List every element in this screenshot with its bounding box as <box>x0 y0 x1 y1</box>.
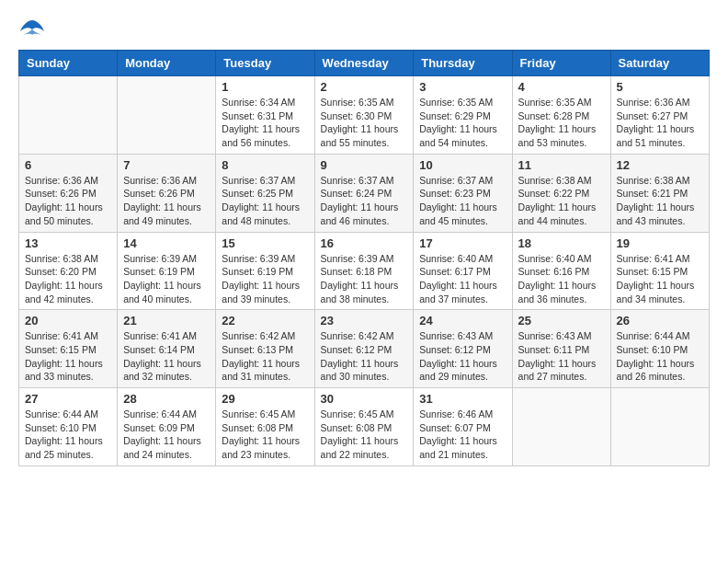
day-info: Sunrise: 6:43 AMSunset: 6:12 PMDaylight:… <box>419 329 506 384</box>
day-info: Sunrise: 6:38 AMSunset: 6:21 PMDaylight:… <box>617 174 703 228</box>
day-info: Sunrise: 6:40 AMSunset: 6:16 PMDaylight:… <box>518 252 605 306</box>
calendar-cell: 31Sunrise: 6:46 AMSunset: 6:07 PMDayligh… <box>414 388 512 466</box>
day-number: 18 <box>518 236 605 250</box>
day-number: 31 <box>419 392 506 406</box>
day-number: 13 <box>25 236 111 250</box>
calendar-week-row: 27Sunrise: 6:44 AMSunset: 6:10 PMDayligh… <box>19 388 710 466</box>
day-info: Sunrise: 6:41 AMSunset: 6:15 PMDaylight:… <box>617 252 703 306</box>
calendar-cell: 26Sunrise: 6:44 AMSunset: 6:10 PMDayligh… <box>610 310 709 388</box>
day-info: Sunrise: 6:38 AMSunset: 6:22 PMDaylight:… <box>518 174 605 228</box>
day-info: Sunrise: 6:41 AMSunset: 6:14 PMDaylight:… <box>123 329 210 384</box>
calendar-week-row: 13Sunrise: 6:38 AMSunset: 6:20 PMDayligh… <box>19 232 710 310</box>
calendar-cell: 28Sunrise: 6:44 AMSunset: 6:09 PMDayligh… <box>118 388 216 466</box>
calendar-week-row: 6Sunrise: 6:36 AMSunset: 6:26 PMDaylight… <box>19 154 710 232</box>
calendar-cell: 25Sunrise: 6:43 AMSunset: 6:11 PMDayligh… <box>512 310 610 388</box>
calendar-cell: 27Sunrise: 6:44 AMSunset: 6:10 PMDayligh… <box>19 388 118 466</box>
calendar-header-saturday: Saturday <box>610 51 709 76</box>
day-info: Sunrise: 6:35 AMSunset: 6:28 PMDaylight:… <box>518 96 605 150</box>
day-info: Sunrise: 6:42 AMSunset: 6:13 PMDaylight:… <box>222 329 308 384</box>
day-number: 1 <box>222 80 308 94</box>
day-info: Sunrise: 6:35 AMSunset: 6:29 PMDaylight:… <box>419 96 506 150</box>
day-number: 14 <box>123 236 210 250</box>
day-info: Sunrise: 6:39 AMSunset: 6:19 PMDaylight:… <box>123 252 210 306</box>
day-number: 30 <box>321 392 408 406</box>
page-header <box>18 18 710 40</box>
calendar-cell <box>118 76 216 155</box>
day-info: Sunrise: 6:41 AMSunset: 6:15 PMDaylight:… <box>25 329 111 384</box>
calendar-week-row: 20Sunrise: 6:41 AMSunset: 6:15 PMDayligh… <box>19 310 710 388</box>
calendar-cell: 5Sunrise: 6:36 AMSunset: 6:27 PMDaylight… <box>610 76 709 155</box>
calendar-cell: 4Sunrise: 6:35 AMSunset: 6:28 PMDaylight… <box>512 76 610 155</box>
calendar-header-row: SundayMondayTuesdayWednesdayThursdayFrid… <box>19 51 710 76</box>
calendar-header-monday: Monday <box>118 51 216 76</box>
day-number: 12 <box>617 158 703 172</box>
calendar-cell: 6Sunrise: 6:36 AMSunset: 6:26 PMDaylight… <box>19 154 118 232</box>
calendar-header-wednesday: Wednesday <box>314 51 414 76</box>
day-number: 22 <box>222 314 308 327</box>
day-number: 29 <box>222 392 308 406</box>
day-info: Sunrise: 6:38 AMSunset: 6:20 PMDaylight:… <box>25 252 111 306</box>
calendar-table: SundayMondayTuesdayWednesdayThursdayFrid… <box>18 50 710 466</box>
calendar-cell: 8Sunrise: 6:37 AMSunset: 6:25 PMDaylight… <box>216 154 314 232</box>
calendar-cell: 10Sunrise: 6:37 AMSunset: 6:23 PMDayligh… <box>414 154 512 232</box>
calendar-header-tuesday: Tuesday <box>216 51 314 76</box>
day-number: 2 <box>321 80 408 94</box>
calendar-cell <box>512 388 610 466</box>
day-number: 9 <box>321 158 408 172</box>
calendar-cell <box>610 388 709 466</box>
calendar-header-sunday: Sunday <box>19 51 118 76</box>
calendar-cell: 3Sunrise: 6:35 AMSunset: 6:29 PMDaylight… <box>414 76 512 155</box>
calendar-cell: 21Sunrise: 6:41 AMSunset: 6:14 PMDayligh… <box>118 310 216 388</box>
calendar-cell: 1Sunrise: 6:34 AMSunset: 6:31 PMDaylight… <box>216 76 314 155</box>
day-info: Sunrise: 6:36 AMSunset: 6:26 PMDaylight:… <box>123 174 210 228</box>
day-info: Sunrise: 6:45 AMSunset: 6:08 PMDaylight:… <box>321 408 408 462</box>
day-number: 7 <box>123 158 210 172</box>
day-number: 3 <box>419 80 506 94</box>
day-info: Sunrise: 6:36 AMSunset: 6:26 PMDaylight:… <box>25 174 111 228</box>
day-info: Sunrise: 6:37 AMSunset: 6:25 PMDaylight:… <box>222 174 308 228</box>
calendar-cell: 16Sunrise: 6:39 AMSunset: 6:18 PMDayligh… <box>314 232 414 310</box>
calendar-cell: 7Sunrise: 6:36 AMSunset: 6:26 PMDaylight… <box>118 154 216 232</box>
calendar-cell: 9Sunrise: 6:37 AMSunset: 6:24 PMDaylight… <box>314 154 414 232</box>
calendar-cell: 14Sunrise: 6:39 AMSunset: 6:19 PMDayligh… <box>118 232 216 310</box>
day-number: 16 <box>321 236 408 250</box>
calendar-cell <box>19 76 118 155</box>
day-number: 26 <box>617 314 703 327</box>
day-number: 28 <box>123 392 210 406</box>
day-number: 17 <box>419 236 506 250</box>
day-info: Sunrise: 6:37 AMSunset: 6:23 PMDaylight:… <box>419 174 506 228</box>
day-info: Sunrise: 6:39 AMSunset: 6:18 PMDaylight:… <box>321 252 408 306</box>
calendar-cell: 2Sunrise: 6:35 AMSunset: 6:30 PMDaylight… <box>314 76 414 155</box>
day-info: Sunrise: 6:42 AMSunset: 6:12 PMDaylight:… <box>321 329 408 384</box>
day-info: Sunrise: 6:44 AMSunset: 6:09 PMDaylight:… <box>123 408 210 462</box>
day-number: 15 <box>222 236 308 250</box>
day-info: Sunrise: 6:45 AMSunset: 6:08 PMDaylight:… <box>222 408 308 462</box>
logo-bird-icon <box>18 18 46 40</box>
calendar-cell: 22Sunrise: 6:42 AMSunset: 6:13 PMDayligh… <box>216 310 314 388</box>
calendar-header-thursday: Thursday <box>414 51 512 76</box>
day-info: Sunrise: 6:44 AMSunset: 6:10 PMDaylight:… <box>25 408 111 462</box>
day-info: Sunrise: 6:34 AMSunset: 6:31 PMDaylight:… <box>222 96 308 150</box>
day-number: 24 <box>419 314 506 327</box>
calendar-cell: 11Sunrise: 6:38 AMSunset: 6:22 PMDayligh… <box>512 154 610 232</box>
day-info: Sunrise: 6:43 AMSunset: 6:11 PMDaylight:… <box>518 329 605 384</box>
calendar-cell: 30Sunrise: 6:45 AMSunset: 6:08 PMDayligh… <box>314 388 414 466</box>
day-number: 27 <box>25 392 111 406</box>
day-number: 11 <box>518 158 605 172</box>
day-number: 25 <box>518 314 605 327</box>
calendar-cell: 20Sunrise: 6:41 AMSunset: 6:15 PMDayligh… <box>19 310 118 388</box>
day-number: 10 <box>419 158 506 172</box>
calendar-cell: 23Sunrise: 6:42 AMSunset: 6:12 PMDayligh… <box>314 310 414 388</box>
day-info: Sunrise: 6:37 AMSunset: 6:24 PMDaylight:… <box>321 174 408 228</box>
day-info: Sunrise: 6:39 AMSunset: 6:19 PMDaylight:… <box>222 252 308 306</box>
calendar-cell: 29Sunrise: 6:45 AMSunset: 6:08 PMDayligh… <box>216 388 314 466</box>
day-info: Sunrise: 6:36 AMSunset: 6:27 PMDaylight:… <box>617 96 703 150</box>
calendar-cell: 15Sunrise: 6:39 AMSunset: 6:19 PMDayligh… <box>216 232 314 310</box>
calendar-cell: 18Sunrise: 6:40 AMSunset: 6:16 PMDayligh… <box>512 232 610 310</box>
day-info: Sunrise: 6:44 AMSunset: 6:10 PMDaylight:… <box>617 329 703 384</box>
day-number: 6 <box>25 158 111 172</box>
calendar-header-friday: Friday <box>512 51 610 76</box>
calendar-cell: 24Sunrise: 6:43 AMSunset: 6:12 PMDayligh… <box>414 310 512 388</box>
day-number: 8 <box>222 158 308 172</box>
day-info: Sunrise: 6:46 AMSunset: 6:07 PMDaylight:… <box>419 408 506 462</box>
